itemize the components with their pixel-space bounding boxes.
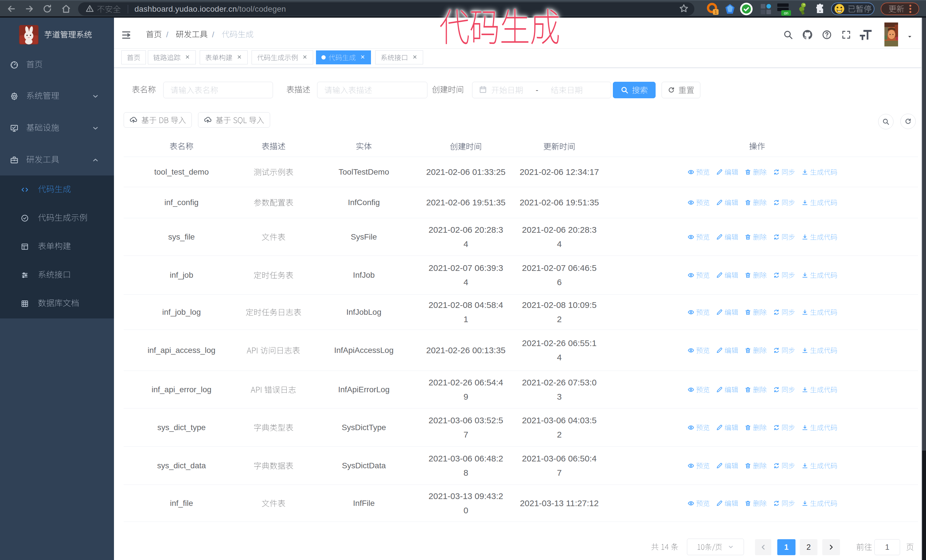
svg-text:1: 1 <box>714 10 717 15</box>
svg-text:on: on <box>784 11 788 15</box>
